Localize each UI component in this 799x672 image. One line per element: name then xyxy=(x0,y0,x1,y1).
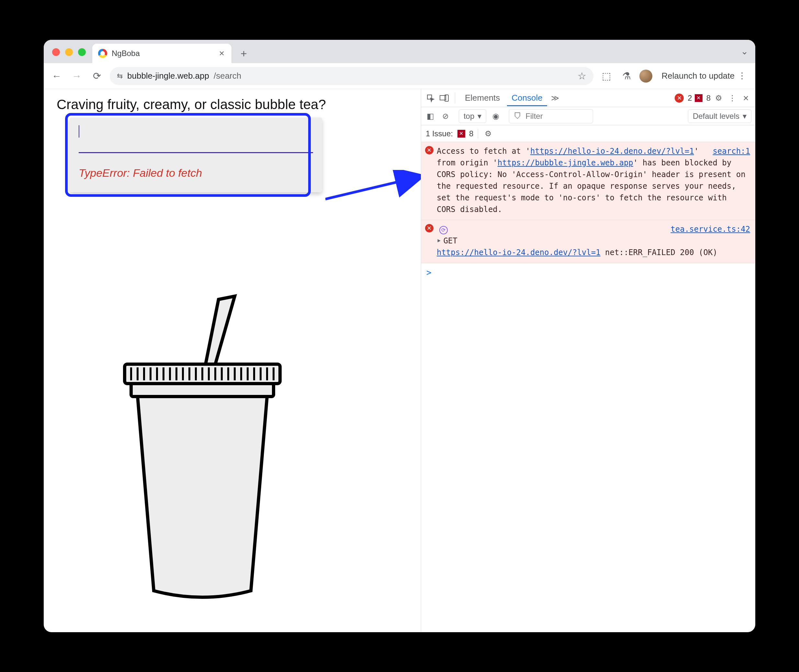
new-tab-button[interactable]: + xyxy=(235,44,253,62)
site-info-icon[interactable]: ⇆ xyxy=(117,72,123,80)
origin-url-link[interactable]: https://bubble-jingle.web.app xyxy=(498,158,633,167)
reload-badge-icon: ⟳ xyxy=(439,226,448,234)
tab-title: NgBoba xyxy=(112,49,140,58)
live-expression-eye-icon[interactable]: ◉ xyxy=(490,111,501,122)
log-levels-selector[interactable]: Default levels ▾ xyxy=(688,109,751,123)
tab-elements[interactable]: Elements xyxy=(460,90,504,106)
request-url-link[interactable]: https://hello-io-24.deno.dev/?lvl=1 xyxy=(437,248,600,257)
browser-toolbar: ← → ⟳ ⇆ bubble-jingle.web.app/search ☆ ⬚… xyxy=(44,63,755,89)
tab-console[interactable]: Console xyxy=(507,90,547,106)
url-host: bubble-jingle.web.app xyxy=(127,71,209,81)
clear-console-icon[interactable]: ⊘ xyxy=(440,111,451,122)
issues-count: 8 xyxy=(469,129,473,138)
fetch-error-text: TypeError: Failed to fetch xyxy=(78,167,313,179)
window-controls xyxy=(52,48,86,56)
angular-favicon-icon xyxy=(98,49,107,58)
annotation-arrow-icon xyxy=(325,170,421,209)
console-error-net[interactable]: ✕ tea.service.ts:42⟳ ▸GET https://hello-… xyxy=(421,220,755,263)
page-heading: Craving fruity, creamy, or classic bubbl… xyxy=(57,97,421,112)
error-icon: ✕ xyxy=(425,146,434,154)
labs-flask-icon[interactable]: ⚗ xyxy=(619,69,634,83)
filter-funnel-icon: ⛉ xyxy=(514,112,522,121)
svg-rect-25 xyxy=(131,384,274,397)
inspect-element-icon[interactable] xyxy=(425,93,436,104)
browser-window: NgBoba × + ⌄ ← → ⟳ ⇆ bubble-jingle.web.a… xyxy=(44,40,755,632)
devtools-panel: Elements Console ≫ ✕2 ✕8 ⚙ ⋮ × ◧ ⊘ top ▾… xyxy=(421,89,755,632)
url-path: /search xyxy=(214,71,241,81)
source-link[interactable]: search:1 xyxy=(713,146,750,157)
text-cursor xyxy=(78,125,79,138)
warning-count[interactable]: ✕8 xyxy=(695,94,711,102)
forward-button[interactable]: → xyxy=(70,69,84,83)
back-button[interactable]: ← xyxy=(50,69,64,83)
more-tabs-icon[interactable]: ≫ xyxy=(550,93,561,104)
content-split: Craving fruity, creamy, or classic bubbl… xyxy=(44,89,755,632)
browser-tab[interactable]: NgBoba × xyxy=(92,44,232,63)
console-filter[interactable]: ⛉ xyxy=(509,109,593,123)
expand-triangle-icon[interactable]: ▸ xyxy=(437,234,441,246)
tab-strip: NgBoba × + ⌄ xyxy=(44,40,755,63)
boba-cup-illustration xyxy=(102,290,303,607)
toggle-sidebar-icon[interactable]: ◧ xyxy=(425,111,436,122)
svg-line-0 xyxy=(325,176,421,199)
issues-gear-icon[interactable]: ⚙ xyxy=(483,128,494,139)
source-link[interactable]: tea.service.ts:42 xyxy=(671,223,750,235)
search-card: TypeError: Failed to fetch xyxy=(70,117,322,192)
devtools-kebab-icon[interactable]: ⋮ xyxy=(727,93,738,104)
devtools-tab-bar: Elements Console ≫ ✕2 ✕8 ⚙ ⋮ × xyxy=(421,89,755,107)
close-window-button[interactable] xyxy=(52,48,60,56)
tab-overflow-icon[interactable]: ⌄ xyxy=(741,46,748,57)
device-toolbar-icon[interactable] xyxy=(439,93,450,104)
search-input[interactable] xyxy=(78,138,313,153)
chevron-down-icon: ▾ xyxy=(743,112,746,121)
issues-bar[interactable]: 1 Issue: ✕8 ⚙ xyxy=(421,125,755,142)
address-bar[interactable]: ⇆ bubble-jingle.web.app/search ☆ xyxy=(110,67,593,85)
chevron-down-icon: ▾ xyxy=(477,112,481,121)
console-messages: ✕ search:1 Access to fetch at 'https://h… xyxy=(421,142,755,282)
devtools-close-icon[interactable]: × xyxy=(740,93,751,104)
bookmark-star-icon[interactable]: ☆ xyxy=(578,70,586,82)
minimize-window-button[interactable] xyxy=(65,48,73,56)
console-prompt[interactable]: > xyxy=(421,263,755,282)
relaunch-label: Relaunch to update xyxy=(661,71,735,81)
context-selector[interactable]: top ▾ xyxy=(459,109,486,123)
error-count[interactable]: ✕2 xyxy=(675,94,692,102)
fetch-url-link[interactable]: https://hello-io-24.deno.dev/?lvl=1 xyxy=(530,147,694,156)
kebab-menu-icon[interactable]: ⋮ xyxy=(738,71,746,81)
extensions-icon[interactable]: ⬚ xyxy=(599,69,613,83)
close-tab-icon[interactable]: × xyxy=(219,48,224,59)
console-toolbar: ◧ ⊘ top ▾ ◉ ⛉ Default levels ▾ xyxy=(421,107,755,125)
relaunch-button[interactable]: Relaunch to update ⋮ xyxy=(658,71,749,81)
reload-button[interactable]: ⟳ xyxy=(90,69,104,83)
settings-gear-icon[interactable]: ⚙ xyxy=(713,93,724,104)
error-icon: ✕ xyxy=(425,224,434,232)
issues-label: 1 Issue: xyxy=(426,129,453,138)
maximize-window-button[interactable] xyxy=(78,48,86,56)
console-error-cors[interactable]: ✕ search:1 Access to fetch at 'https://h… xyxy=(421,142,755,220)
profile-avatar[interactable] xyxy=(639,70,652,83)
page-viewport: Craving fruity, creamy, or classic bubbl… xyxy=(44,89,421,632)
filter-input[interactable] xyxy=(525,111,580,121)
